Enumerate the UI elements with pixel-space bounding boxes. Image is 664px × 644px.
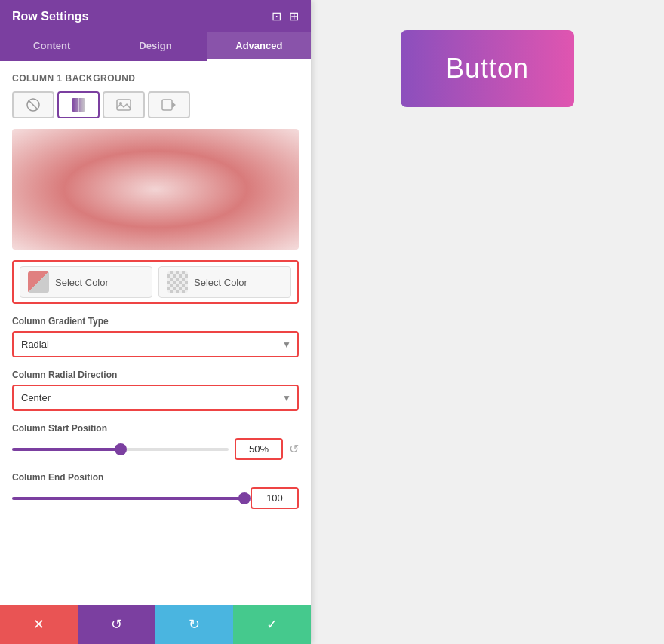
gradient-type-group: Column Gradient Type Linear Radial Conic… bbox=[12, 316, 299, 357]
redo-icon: ↻ bbox=[189, 616, 200, 633]
start-position-fill bbox=[12, 448, 121, 451]
gradient-type-label: Column Gradient Type bbox=[12, 316, 299, 327]
redo-button[interactable]: ↻ bbox=[155, 605, 233, 644]
end-position-group: Column End Position bbox=[12, 472, 299, 509]
button-preview[interactable]: Button bbox=[401, 30, 574, 107]
canvas-area: Button bbox=[311, 0, 664, 644]
video-icon bbox=[161, 97, 177, 112]
bg-icon-none[interactable] bbox=[12, 91, 54, 118]
color-swatch-1 bbox=[28, 271, 49, 293]
color-picker-1-label: Select Color bbox=[55, 277, 109, 288]
confirm-button[interactable]: ✓ bbox=[233, 605, 311, 644]
panel-header: Row Settings ⊡ ⊞ bbox=[0, 0, 311, 32]
start-position-controls: ↺ bbox=[12, 438, 299, 460]
start-position-input[interactable] bbox=[235, 438, 283, 460]
radial-direction-select[interactable]: Center Top Left Top Top Right Right Bott… bbox=[12, 385, 299, 411]
end-position-thumb[interactable] bbox=[238, 492, 251, 504]
bottom-bar: ✕ ↺ ↻ ✓ bbox=[0, 605, 311, 644]
end-position-input[interactable] bbox=[251, 487, 299, 509]
gradient-preview bbox=[12, 129, 299, 250]
color-picker-2-label: Select Color bbox=[194, 277, 247, 288]
svg-rect-4 bbox=[117, 100, 131, 110]
no-bg-icon bbox=[26, 97, 41, 112]
start-position-track[interactable] bbox=[12, 448, 229, 451]
gradient-type-wrapper: Linear Radial Conic ▼ bbox=[12, 331, 299, 357]
color-pickers-row: Select Color Select Color bbox=[12, 260, 299, 304]
cancel-icon: ✕ bbox=[33, 616, 45, 633]
panel-header-icons: ⊡ ⊞ bbox=[272, 9, 299, 23]
bg-icon-image[interactable] bbox=[103, 91, 145, 118]
end-position-track[interactable] bbox=[12, 497, 244, 500]
svg-line-1 bbox=[29, 100, 38, 109]
button-preview-label: Button bbox=[446, 53, 529, 84]
end-position-label: Column End Position bbox=[12, 472, 299, 483]
color-picker-1[interactable]: Select Color bbox=[20, 266, 152, 298]
panel-title: Row Settings bbox=[12, 10, 88, 23]
start-position-thumb[interactable] bbox=[115, 443, 127, 455]
color-picker-2[interactable]: Select Color bbox=[158, 266, 291, 298]
tab-design[interactable]: Design bbox=[103, 32, 207, 61]
panel-body: Column 1 Background bbox=[0, 61, 311, 605]
start-position-reset[interactable]: ↺ bbox=[289, 442, 299, 456]
confirm-icon: ✓ bbox=[266, 616, 278, 633]
radial-direction-wrapper: Center Top Left Top Top Right Right Bott… bbox=[12, 385, 299, 411]
svg-rect-6 bbox=[162, 100, 172, 110]
bg-icon-gradient[interactable] bbox=[57, 91, 100, 118]
gradient-icon bbox=[71, 97, 86, 112]
section-label: Column 1 Background bbox=[12, 73, 299, 84]
grid-icon[interactable]: ⊞ bbox=[289, 9, 299, 23]
tab-content[interactable]: Content bbox=[0, 32, 103, 61]
end-position-controls bbox=[12, 487, 299, 509]
cancel-button[interactable]: ✕ bbox=[0, 605, 78, 644]
radial-direction-group: Column Radial Direction Center Top Left … bbox=[12, 370, 299, 411]
end-position-fill bbox=[12, 497, 244, 500]
settings-panel: Row Settings ⊡ ⊞ Content Design Advanced… bbox=[0, 0, 311, 644]
tabs-bar: Content Design Advanced bbox=[0, 32, 311, 61]
expand-icon[interactable]: ⊡ bbox=[272, 9, 281, 23]
radial-direction-label: Column Radial Direction bbox=[12, 370, 299, 380]
tab-advanced[interactable]: Advanced bbox=[208, 32, 311, 61]
start-position-label: Column Start Position bbox=[12, 423, 299, 434]
undo-button[interactable]: ↺ bbox=[78, 605, 155, 644]
bg-icon-video[interactable] bbox=[148, 91, 190, 118]
undo-icon: ↺ bbox=[111, 616, 122, 633]
image-icon bbox=[116, 97, 131, 112]
gradient-type-select[interactable]: Linear Radial Conic bbox=[12, 331, 299, 357]
svg-marker-7 bbox=[172, 102, 176, 108]
bg-type-icons bbox=[12, 91, 299, 118]
color-swatch-2 bbox=[167, 271, 188, 293]
start-position-group: Column Start Position ↺ bbox=[12, 423, 299, 460]
